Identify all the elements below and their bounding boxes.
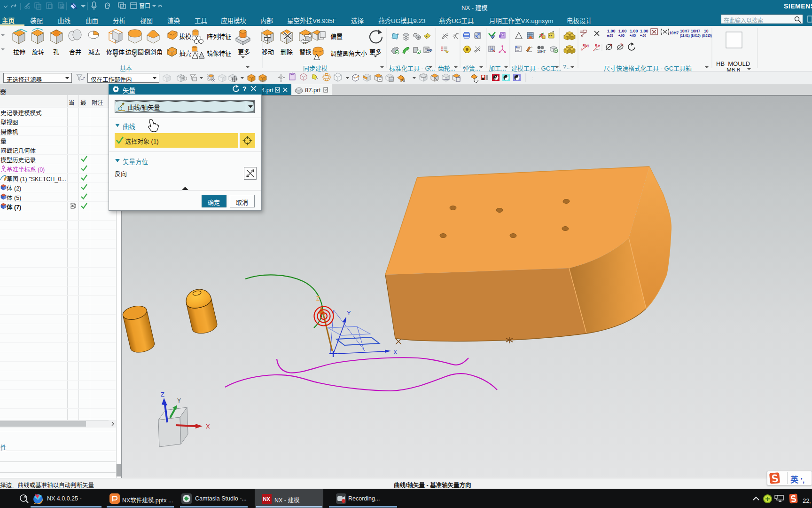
svg-text:X: X [206, 423, 210, 430]
svg-text:(8.015): (8.015) [691, 34, 701, 38]
svg-text:(18.01): (18.01) [680, 34, 690, 38]
svg-text:(8.015): (8.015) [702, 34, 712, 38]
svg-text:1.00: 1.00 [607, 29, 616, 33]
svg-text:10: 10 [704, 29, 709, 33]
svg-text:+.05: +.05 [618, 34, 625, 37]
svg-text:?: ? [242, 85, 247, 93]
svg-text:10H7: 10H7 [669, 31, 679, 35]
svg-text:Z: Z [316, 295, 320, 302]
svg-text:+.00: +.00 [640, 34, 646, 37]
svg-text:Y: Y [177, 397, 181, 404]
svg-text:1.00: 1.00 [630, 29, 638, 33]
svg-text:NX: NX [263, 496, 271, 502]
svg-text:窗口: 窗口 [139, 3, 150, 9]
svg-text:1.00: 1.00 [618, 29, 627, 33]
svg-text:10H7: 10H7 [680, 29, 690, 33]
svg-text:+.05: +.05 [630, 34, 636, 37]
svg-text:x: x [394, 348, 397, 355]
svg-text:10H7: 10H7 [691, 29, 701, 33]
svg-text:10H7: 10H7 [537, 49, 546, 54]
svg-text:Z: Z [161, 391, 164, 398]
svg-text:1.00: 1.00 [640, 29, 648, 33]
svg-text:±.05: ±.05 [607, 34, 613, 37]
svg-text:Y: Y [347, 310, 351, 317]
